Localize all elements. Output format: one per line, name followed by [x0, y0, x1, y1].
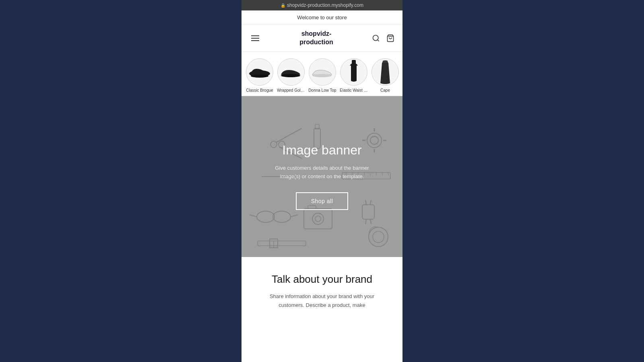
image-banner: Image banner Give customers details abou…	[242, 96, 402, 257]
brand-section: Talk about your brand Share information …	[242, 257, 402, 326]
svg-point-0	[373, 35, 378, 40]
shoe-white-icon	[311, 66, 334, 78]
svg-line-12	[291, 215, 298, 217]
cape-icon	[379, 60, 392, 84]
svg-point-49	[373, 231, 384, 243]
address-bar: 🔒 shopvidz-production.myshopify.com	[242, 0, 402, 10]
product-image-circle	[277, 58, 305, 86]
svg-point-15	[315, 216, 321, 222]
hamburger-icon	[250, 34, 261, 43]
hamburger-button[interactable]	[248, 32, 262, 44]
shop-all-button[interactable]: Shop all	[296, 192, 349, 210]
brand-title: Talk about your brand	[251, 273, 393, 286]
banner-content: Image banner Give customers details abou…	[266, 143, 378, 210]
svg-point-5	[281, 74, 300, 77]
brand-text: Share information about your brand with …	[258, 292, 386, 310]
site-header: shopvidz- production	[242, 25, 402, 52]
svg-point-4	[251, 74, 268, 78]
lock-icon: 🔒	[281, 3, 285, 8]
list-item[interactable]: Elastic Waist D...	[340, 58, 368, 93]
mobile-browser-window: 🔒 shopvidz-production.myshopify.com Welc…	[242, 0, 402, 362]
svg-line-11	[250, 215, 257, 217]
product-image-circle	[246, 58, 273, 86]
list-item[interactable]: Donna Low Top	[308, 58, 336, 93]
banner-subtitle: Give customers details about the banner …	[266, 164, 378, 181]
product-label: Donna Low Top	[308, 88, 336, 93]
svg-point-9	[273, 211, 291, 222]
product-label: Cape	[380, 88, 390, 93]
cart-button[interactable]	[385, 33, 396, 44]
product-image-circle	[309, 58, 336, 86]
shoe-golf-icon	[279, 66, 303, 78]
list-item[interactable]: Classic Brogue	[246, 58, 274, 93]
svg-point-48	[369, 227, 388, 247]
svg-line-1	[378, 40, 379, 41]
product-image-circle	[340, 58, 367, 86]
svg-line-21	[370, 219, 371, 224]
header-icons	[370, 33, 396, 44]
banner-title: Image banner	[266, 143, 378, 158]
site-title: shopvidz- production	[299, 30, 333, 47]
search-icon	[372, 34, 380, 42]
cart-icon	[386, 34, 394, 42]
product-image-circle	[372, 58, 399, 86]
product-label: Classic Brogue	[246, 88, 273, 93]
product-carousel: Classic Brogue Wrapped Golf ... Donna Lo…	[242, 52, 402, 96]
list-item[interactable]: Cape	[371, 58, 399, 93]
welcome-banner: Welcome to our store	[242, 10, 402, 25]
url-text: shopvidz-production.myshopify.com	[287, 2, 363, 8]
product-label: Wrapped Golf ...	[277, 88, 305, 93]
svg-point-6	[312, 74, 332, 77]
svg-rect-13	[304, 209, 332, 229]
svg-line-20	[365, 219, 366, 224]
list-item[interactable]: Wrapped Golf ...	[277, 58, 305, 93]
welcome-text: Welcome to our store	[297, 14, 347, 21]
svg-line-35	[276, 128, 302, 142]
dress-icon	[348, 60, 360, 84]
search-button[interactable]	[370, 33, 382, 44]
shoe-dark-icon	[248, 66, 271, 78]
svg-rect-45	[258, 241, 306, 246]
svg-point-14	[312, 213, 324, 224]
product-label: Elastic Waist D...	[340, 88, 368, 93]
svg-point-8	[257, 211, 275, 222]
